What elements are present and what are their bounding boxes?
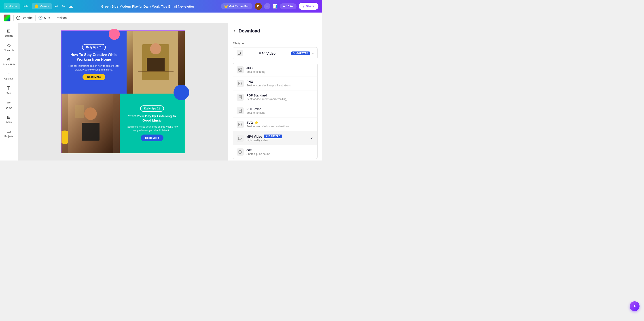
file-button[interactable]: File (22, 3, 30, 10)
home-label: Home (8, 5, 17, 8)
position-button[interactable]: Position (56, 16, 67, 20)
timer-label: 10.0s (286, 5, 294, 8)
avatar[interactable]: D (255, 3, 262, 10)
uploads-icon: ↑ (8, 71, 10, 76)
undo-redo-group: ↩ ↪ ☁ (54, 3, 74, 10)
svg-info: SVG ⭐ Best for web design and animations (246, 121, 314, 128)
blue-circle (174, 85, 189, 100)
sidebar-item-uploads[interactable]: ↑ Uploads (1, 69, 17, 82)
svg-point-25 (239, 124, 240, 124)
apps-icon: ⊞ (7, 114, 11, 120)
top-bar: ‹ Home File Resize ↩ ↪ ☁ Green Blue Mode… (0, 0, 322, 13)
option-pdf-print[interactable]: PDF Print Best for printing (233, 104, 317, 118)
option-pdf-standard[interactable]: PDF Standard Best for documents (and ema… (233, 90, 317, 104)
projects-icon: ▭ (7, 129, 11, 134)
duration-label: 5.0s (44, 16, 50, 20)
cloud-save-button[interactable]: ☁ (68, 3, 74, 10)
svg-rect-9 (75, 105, 84, 118)
projects-label: Projects (4, 135, 14, 138)
play-icon: ▶ (283, 5, 285, 8)
design-icon: ⊞ (7, 28, 11, 34)
jpg-icon (236, 66, 244, 73)
pdf-print-info: PDF Print Best for printing (246, 107, 314, 114)
color-swatch[interactable] (4, 14, 11, 22)
svg-marker-27 (241, 138, 242, 139)
svg-point-7 (84, 107, 97, 120)
section1-left: Daily tips 01 How To Stay Creative While… (62, 31, 126, 94)
jpg-info: JPG Best for sharing (246, 66, 314, 73)
draw-label: Draw (6, 106, 12, 109)
svg-point-13 (239, 69, 240, 70)
breathe-label: Breathe (22, 16, 33, 20)
option-mp4[interactable]: MP4 Video SUGGESTED High quality video ✓ (233, 131, 317, 145)
section2-right: Daily tips 02 Start Your Day by Listenin… (120, 94, 185, 153)
gif-icon (236, 148, 244, 156)
gif-name: GIF (246, 148, 314, 152)
timer-button[interactable]: ▶ 10.0s (280, 3, 297, 10)
sidebar-item-projects[interactable]: ▭ Projects (1, 127, 17, 140)
chevron-left-icon: ‹ (6, 5, 7, 8)
option-svg[interactable]: SVG ⭐ Best for web design and animations (233, 118, 317, 131)
pdf-print-desc: Best for printing (246, 111, 314, 114)
analytics-button[interactable]: 📊 (272, 4, 278, 9)
download-title: Download (238, 29, 260, 34)
section-2: Daily tips 02 Start Your Day by Listenin… (62, 94, 185, 153)
add-button[interactable]: + (264, 3, 270, 10)
top-bar-center: Green Blue Modern Playful Daily Work Tip… (77, 5, 218, 8)
svg-point-15 (239, 83, 240, 84)
section2-photo (62, 94, 120, 153)
left-sidebar: ⊞ Design ◇ Elements ⊛ Brand Hub ↑ Upload… (0, 23, 18, 161)
top-bar-left: ‹ Home File Resize ↩ ↪ ☁ (4, 3, 74, 10)
back-button[interactable]: ‹ (233, 28, 236, 34)
uploads-label: Uploads (4, 77, 13, 80)
svg-pro-icon: ⭐ (254, 121, 258, 124)
section1-title: How To Stay Creative While Working from … (66, 53, 122, 62)
text-icon: T (8, 85, 10, 91)
option-gif[interactable]: GIF Short clip, no sound (233, 145, 317, 159)
svg-rect-8 (82, 123, 100, 141)
option-png[interactable]: PNG Best for complex images, illustratio… (233, 77, 317, 90)
pink-circle (109, 29, 120, 40)
secondary-toolbar: ⊙ Breathe 🕐 5.0s Position (0, 13, 322, 23)
sidebar-item-elements[interactable]: ◇ Elements (1, 40, 17, 54)
png-desc: Best for complex images, illustrations (246, 84, 314, 87)
resize-button[interactable]: Resize (32, 3, 52, 10)
read-more-2-button[interactable]: Read More (141, 135, 163, 141)
svg-name: SVG ⭐ (246, 121, 314, 124)
pdf-print-name: PDF Print (246, 107, 314, 111)
jpg-desc: Best for sharing (246, 70, 314, 73)
svg-marker-11 (240, 53, 241, 54)
document-title: Green Blue Modern Playful Daily Work Tip… (101, 5, 194, 8)
mp4-info: MP4 Video SUGGESTED High quality video (246, 135, 308, 142)
text-label: Text (6, 92, 11, 95)
brand-hub-label: Brand Hub (3, 63, 15, 66)
sidebar-item-brand-hub[interactable]: ⊛ Brand Hub (1, 55, 17, 68)
pdf-standard-name: PDF Standard (246, 94, 314, 97)
get-pro-button[interactable]: 👑 Get Canva Pro (221, 3, 252, 10)
jpg-name: JPG (246, 66, 314, 70)
gif-info: GIF Short clip, no sound (246, 148, 314, 156)
sidebar-item-design[interactable]: ⊞ Design (1, 26, 17, 39)
mp4-name: MP4 Video SUGGESTED (246, 135, 308, 138)
filetype-selector[interactable]: MP4 Video SUGGESTED ▾ (233, 47, 318, 59)
suggested-badge-top: SUGGESTED (291, 52, 310, 55)
sidebar-item-text[interactable]: T Text (1, 83, 17, 97)
separator-3 (53, 15, 53, 21)
newsletter: Daily tips 01 How To Stay Creative While… (62, 31, 185, 153)
brand-hub-icon: ⊛ (7, 57, 11, 62)
separator-2 (35, 15, 36, 21)
breathe-button[interactable]: ⊙ Breathe (16, 16, 33, 20)
option-jpg[interactable]: JPG Best for sharing (233, 63, 317, 77)
undo-button[interactable]: ↩ (54, 3, 60, 10)
redo-button[interactable]: ↪ (60, 3, 67, 10)
duration-button[interactable]: 🕐 5.0s (38, 16, 50, 20)
svg-rect-3 (147, 58, 164, 71)
read-more-1-button[interactable]: Read More (82, 74, 105, 80)
svg-rect-20 (239, 109, 242, 113)
sidebar-item-draw[interactable]: ✏ Draw (1, 98, 17, 111)
file-type-label: File type (233, 42, 318, 45)
share-button[interactable]: ↑ Share (299, 3, 318, 10)
sidebar-item-apps[interactable]: ⊞ Apps (1, 112, 17, 126)
share-label: Share (306, 5, 314, 8)
home-button[interactable]: ‹ Home (4, 3, 20, 10)
